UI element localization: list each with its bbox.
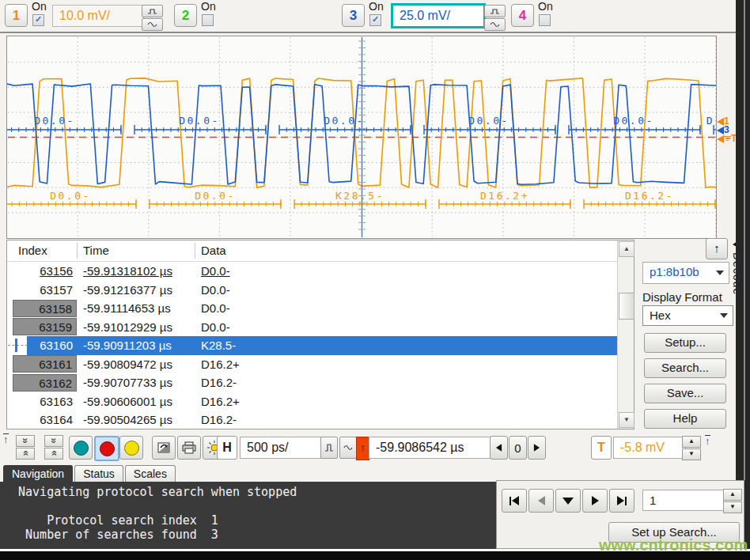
channel-4-on-checkbox[interactable]: [539, 14, 551, 26]
window-right-edge: [736, 0, 750, 480]
pan-left-button[interactable]: [490, 436, 508, 460]
timebase-field[interactable]: 500 ps/: [240, 437, 324, 459]
timebase-coarse-button[interactable]: [339, 437, 357, 459]
table-row[interactable]: 63161-59.90809472 µsD16.2+: [7, 355, 617, 374]
table-row[interactable]: 63164-59.90504265 µsD16.2-: [7, 411, 617, 429]
cell-index: 63156: [13, 264, 77, 278]
table-row[interactable]: 63163-59.90606001 µsD16.2+: [7, 392, 617, 411]
channel-3-waveform-up-button[interactable]: [484, 5, 506, 17]
scrollbar-down-button[interactable]: ▼: [619, 412, 634, 428]
stop-button[interactable]: [94, 436, 119, 461]
cell-time: -59.91216377 µs: [83, 283, 172, 297]
search-prev-button[interactable]: [528, 489, 554, 513]
decode-label: D0.0-: [179, 115, 220, 127]
horizontal-button[interactable]: H: [217, 436, 237, 460]
channel-2-button[interactable]: 2: [174, 4, 197, 27]
table-row[interactable]: 63158-59.91114653 µsD0.0-: [7, 299, 617, 318]
listing-scrollbar[interactable]: ▲ ▼: [617, 240, 634, 429]
timebase-fine-button[interactable]: [320, 437, 338, 459]
vertical-scale-stepper[interactable]: » »: [16, 435, 35, 460]
search-first-button[interactable]: [502, 489, 527, 513]
search-index-stepper[interactable]: ▲ ▼: [723, 489, 742, 513]
trigger-level-field[interactable]: -5.8 mV: [613, 437, 686, 459]
step-down-button[interactable]: ▼: [682, 448, 701, 460]
waveform-plot: D0.0-D0.0-D0.0-D0.0-D0.0-DD0.0-D0.0-K28.…: [7, 36, 716, 238]
scroll-to-top-button[interactable]: ↑: [706, 238, 728, 259]
scrollbar-up-button[interactable]: ▲: [619, 241, 634, 257]
decode-label: D0.0-: [468, 115, 509, 127]
tab-scales[interactable]: Scales: [125, 465, 176, 482]
trigger-level-marker[interactable]: T: [717, 133, 737, 142]
channel-4-button[interactable]: 4: [511, 4, 534, 27]
channel-3-button[interactable]: 3: [342, 4, 365, 27]
column-header-index[interactable]: Index: [18, 244, 47, 257]
cell-data: D0.0-: [201, 301, 230, 315]
tab-navigation[interactable]: Navigation: [3, 465, 73, 482]
scroll-top-icon[interactable]: ↑: [3, 433, 9, 445]
table-row[interactable]: 63156-59.91318102 µsD0.0-: [7, 262, 617, 281]
channel-3-on-checkbox[interactable]: ✓: [369, 14, 381, 26]
cell-index: 63157: [13, 283, 77, 297]
scroll-top-icon[interactable]: ↑: [705, 435, 710, 446]
table-row[interactable]: 63157-59.91216377 µsD0.0-: [7, 281, 617, 300]
search-index-field[interactable]: 1: [642, 490, 724, 511]
step-down-button[interactable]: ▼: [723, 501, 742, 513]
channel-1-scale-field[interactable]: 10.0 mV/: [52, 5, 144, 27]
run-button[interactable]: [69, 436, 93, 460]
step-up-button[interactable]: ▲: [723, 489, 742, 501]
channel-1-level-marker[interactable]: 1: [717, 115, 737, 124]
search-down-button[interactable]: [555, 489, 581, 513]
run-icon: [74, 441, 89, 456]
channel-2-on-checkbox[interactable]: [202, 14, 214, 26]
channel-1-button[interactable]: 1: [5, 4, 28, 27]
save-button[interactable]: Save...: [644, 384, 726, 403]
column-header-time[interactable]: Time: [83, 244, 109, 257]
pan-right-button[interactable]: [528, 436, 546, 460]
probe-select[interactable]: p1:8b10b: [642, 262, 729, 284]
tab-status[interactable]: Status: [74, 465, 123, 482]
search-last-button[interactable]: [609, 489, 634, 513]
cell-time: -59.90606001 µs: [83, 395, 172, 408]
trigger-level-stepper[interactable]: ▲ ▼: [682, 436, 701, 460]
channel-1-waveform-down-button[interactable]: [142, 18, 163, 31]
print-button[interactable]: [177, 436, 201, 460]
channel-3-level-marker[interactable]: 3: [717, 124, 737, 133]
channel-3-on-label: On: [369, 0, 384, 13]
table-row[interactable]: 63159-59.91012929 µsD0.0-: [7, 318, 617, 337]
trigger-button[interactable]: T: [591, 436, 612, 460]
table-row[interactable]: 63162-59.90707733 µsD16.2-: [7, 373, 617, 392]
scrollbar-thumb[interactable]: [619, 293, 634, 320]
channel-3-scale-field[interactable]: 25.0 mV/: [391, 3, 486, 28]
step-up-button[interactable]: ▲: [682, 436, 701, 448]
search-button[interactable]: Search...: [644, 358, 726, 378]
table-row[interactable]: 63160-59.90911203 µsK28.5-: [7, 336, 617, 355]
step-up-button[interactable]: »: [44, 435, 63, 447]
single-button[interactable]: [119, 436, 143, 460]
screen-capture-button[interactable]: [152, 436, 176, 460]
setup-button[interactable]: Setup...: [644, 333, 726, 353]
listing-header[interactable]: Index Time Data: [7, 240, 634, 262]
cell-index: 63159: [13, 318, 77, 335]
decode-label: K28.5-: [335, 190, 384, 202]
vertical-offset-stepper[interactable]: » »: [44, 435, 63, 460]
cell-index: 63161: [13, 355, 77, 373]
decode-label: D0.0-: [50, 190, 91, 202]
channel-toolbar: 1 On ✓ 10.0 mV/ 2 On 3 On ✓ 25.0 mV/ 4 O…: [0, 0, 736, 32]
trigger-position-marker[interactable]: ↑: [356, 437, 369, 460]
cell-time: -59.91012929 µs: [83, 320, 172, 334]
horizontal-position-field[interactable]: -59.9086542 µs: [369, 437, 492, 459]
help-button[interactable]: Help: [644, 409, 726, 429]
display-format-select[interactable]: Hex: [642, 305, 733, 326]
search-next-button[interactable]: [582, 489, 608, 513]
column-header-data[interactable]: Data: [201, 244, 226, 257]
step-down-button[interactable]: »: [16, 448, 35, 460]
channel-3-waveform-down-button[interactable]: [484, 18, 506, 31]
waveform-display[interactable]: D0.0-D0.0-D0.0-D0.0-D0.0-DD0.0-D0.0-K28.…: [6, 36, 717, 239]
step-down-button[interactable]: »: [44, 448, 63, 460]
step-up-button[interactable]: »: [16, 435, 35, 447]
cell-index: 63158: [13, 300, 77, 317]
cell-time: -59.90911203 µs: [83, 339, 172, 352]
channel-1-waveform-up-button[interactable]: [142, 5, 163, 17]
zero-position-button[interactable]: 0: [509, 436, 527, 460]
channel-1-on-checkbox[interactable]: ✓: [32, 14, 44, 26]
